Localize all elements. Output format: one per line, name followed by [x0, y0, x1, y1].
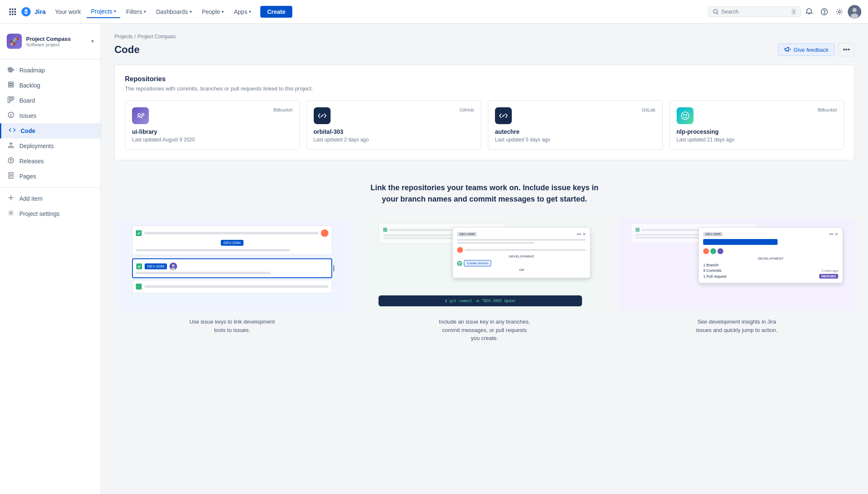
jira-logo[interactable]: Jira [20, 6, 46, 18]
sidebar: 🚀 Project Compass Software project ▾ Roa… [0, 24, 101, 494]
sidebar-item-label: Issues [19, 112, 36, 119]
sidebar-item-pages[interactable]: Pages [0, 169, 101, 184]
repositories-section: Repositories The repositories with commi… [114, 65, 855, 160]
promo-image-1: DEV-2094 DEV-2095 [114, 218, 350, 311]
mock-terminal-text: $ git commit -m "DEV-2095 Updat [445, 299, 516, 303]
notifications-button[interactable] [802, 5, 816, 19]
promo-card-include-key: DEV-2095 ••• ✕ [367, 218, 602, 343]
project-dropdown-icon: ▾ [91, 38, 94, 44]
sidebar-item-label: Pages [19, 173, 36, 180]
mock-tag-dev2094: DEV-2094 [221, 240, 243, 246]
pages-icon [7, 172, 15, 181]
add-icon [7, 194, 15, 203]
mock-issue-icon [383, 228, 387, 232]
more-options-button[interactable]: ••• [838, 43, 855, 56]
svg-point-42 [681, 112, 689, 120]
svg-rect-24 [10, 97, 12, 101]
repo-card-autechre[interactable]: GitLab autechre Last updated 5 days ago [488, 100, 663, 150]
mock-dev-section-label: DEVELOPMENT [457, 255, 586, 258]
sidebar-item-issues[interactable]: Issues [0, 108, 101, 123]
sidebar-item-releases[interactable]: Releases [0, 154, 101, 169]
mock-bar-d [457, 242, 534, 244]
megaphone-icon [784, 46, 791, 53]
mock-list-bg: DEV-2094 [132, 226, 332, 255]
promo-section: Link the repositories your teams work on… [114, 174, 855, 343]
mock-commits-count: 9 Commits [703, 268, 721, 273]
create-button[interactable]: Create [260, 6, 292, 18]
svg-line-51 [459, 263, 460, 263]
svg-point-13 [839, 11, 841, 13]
mock-dev-id-3: DEV-2095 [703, 232, 722, 236]
project-type: Software project [26, 42, 87, 47]
svg-point-37 [10, 212, 12, 214]
backlog-icon [7, 81, 15, 90]
mock-highlighted-item: DEV-2095 | [132, 258, 332, 278]
svg-rect-20 [8, 82, 13, 83]
sidebar-item-project-settings[interactable]: Project settings [0, 206, 101, 221]
nav-filters[interactable]: Filters ▾ [122, 6, 150, 18]
promo-mock-3: DEV-2095 ••• ✕ [631, 223, 843, 306]
sidebar-item-roadmap[interactable]: Roadmap [0, 63, 101, 78]
sidebar-item-backlog[interactable]: Backlog [0, 78, 101, 93]
mock-avatar-a [457, 247, 463, 253]
repo-card-nlp-processing[interactable]: Bitbucket nlp-processing Last updated 21… [670, 100, 844, 150]
repo-source: Bitbucket [273, 107, 292, 112]
svg-point-38 [138, 114, 140, 116]
mock-terminal: $ git commit -m "DEV-2095 Updat [378, 295, 582, 306]
chevron-down-icon: ▾ [144, 9, 146, 14]
repo-icon-nlp [677, 107, 693, 124]
repo-name: nlp-processing [677, 128, 837, 135]
svg-point-50 [459, 263, 460, 265]
page-layout: 🚀 Project Compass Software project ▾ Roa… [0, 24, 868, 494]
repositories-grid: Bitbucket ui-library Last updated August… [125, 100, 844, 150]
grid-menu-icon[interactable] [7, 6, 19, 18]
mock-create-branch-btn: Create branch [464, 260, 491, 266]
sidebar-item-code[interactable]: Code [0, 123, 101, 138]
promo-image-2: DEV-2095 ••• ✕ [367, 218, 602, 311]
help-button[interactable] [818, 5, 831, 19]
sidebar-item-label: Deployments [19, 143, 54, 149]
sidebar-item-deployments[interactable]: Deployments [0, 138, 101, 154]
nav-apps[interactable]: Apps ▾ [230, 6, 255, 18]
mock-dev-popup: DEV-2095 ••• ✕ [453, 227, 590, 278]
promo-card-dev-insights: DEV-2095 ••• ✕ [619, 218, 855, 343]
settings-button[interactable] [833, 5, 846, 19]
svg-line-40 [321, 114, 323, 117]
svg-rect-1 [12, 8, 13, 10]
repo-card-header: Bitbucket [132, 107, 293, 124]
breadcrumb-projects[interactable]: Projects [114, 34, 132, 40]
svg-rect-28 [8, 146, 13, 148]
promo-title: Link the repositories your teams work on… [114, 182, 855, 205]
nav-projects[interactable]: Projects ▾ [87, 5, 120, 18]
repo-source: GitHub [460, 107, 474, 112]
sidebar-item-board[interactable]: Board [0, 93, 101, 108]
search-shortcut: / [791, 9, 796, 15]
svg-point-12 [824, 13, 825, 14]
repo-card-ui-library[interactable]: Bitbucket ui-library Last updated August… [125, 100, 300, 150]
svg-line-52 [460, 263, 460, 263]
repo-name: autechre [495, 128, 656, 135]
sidebar-item-add-item[interactable]: Add item [0, 191, 101, 206]
search-icon [713, 9, 719, 15]
sidebar-item-label: Board [19, 97, 35, 104]
nav-people[interactable]: People ▾ [198, 6, 228, 18]
svg-rect-5 [14, 11, 16, 13]
mock-commits-time: 2 mins ago [822, 269, 838, 273]
repo-icon-orbital-303 [314, 107, 331, 124]
search-box[interactable]: Search / [708, 6, 801, 17]
repo-source: Bitbucket [818, 107, 837, 112]
breadcrumb-project-compass[interactable]: Project Compass [138, 34, 176, 40]
sidebar-project-header[interactable]: 🚀 Project Compass Software project ▾ [0, 30, 101, 56]
repo-card-orbital-303[interactable]: GitHub orbital-303 Last updated 2 days a… [307, 100, 482, 150]
roadmap-icon [7, 66, 15, 74]
topnav-action-icons [802, 5, 861, 19]
nav-your-work[interactable]: Your work [51, 6, 85, 18]
board-icon [7, 96, 15, 105]
sidebar-item-label: Releases [19, 158, 44, 165]
repo-updated: Last updated 21 days ago [677, 137, 837, 143]
user-avatar[interactable] [848, 5, 861, 19]
mock-bar-e [465, 249, 586, 251]
nav-dashboards[interactable]: Dashboards ▾ [152, 6, 196, 18]
give-feedback-button[interactable]: Give feedback [778, 43, 835, 56]
mock-dev-label-3: DEVELOPMENT [703, 257, 838, 260]
